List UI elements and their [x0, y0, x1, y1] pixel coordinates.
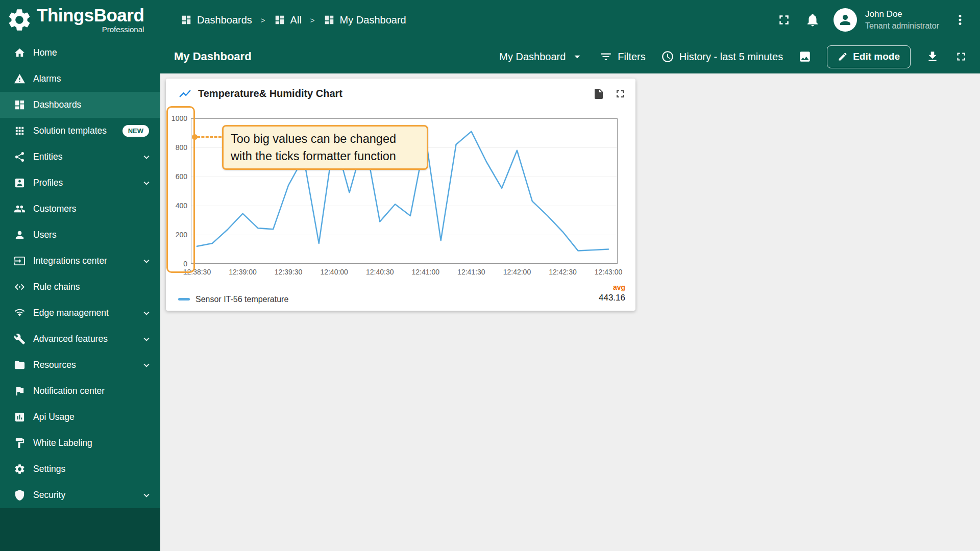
y-axis-tick: 0 — [166, 260, 187, 268]
dropdown-arrow-icon — [571, 50, 584, 63]
aggregation-label: avg — [599, 283, 625, 292]
sidebar-item-label: Api Usage — [33, 412, 152, 422]
x-axis-tick: 12:40:30 — [358, 268, 401, 276]
fullscreen-icon[interactable] — [614, 88, 626, 100]
sidebar-item-edge-management[interactable]: Edge management — [0, 300, 160, 326]
download-icon[interactable] — [926, 50, 939, 63]
sidebar-filler — [0, 508, 160, 551]
sidebar-item-label: Profiles — [33, 178, 133, 188]
chevron-down-icon — [141, 360, 152, 371]
apps-icon — [14, 125, 26, 137]
y-axis-tick: 200 — [166, 231, 187, 239]
user-name: John Doe — [865, 9, 939, 20]
sidebar-item-label: Dashboards — [33, 99, 152, 110]
sidebar-item-advanced-features[interactable]: Advanced features — [0, 326, 160, 352]
paint-icon — [14, 437, 26, 449]
brand-title: ThingsBoard — [37, 6, 144, 24]
legend-color-dash — [178, 298, 190, 300]
breadcrumb-item-dashboards[interactable]: Dashboards — [181, 14, 252, 26]
more-vert-icon[interactable] — [952, 12, 968, 28]
topbar: Dashboards > All > My Dashboard John Doe… — [160, 0, 980, 40]
input-icon — [14, 255, 26, 267]
sidebar-item-integrations-center[interactable]: Integrations center — [0, 248, 160, 274]
dashboard-grid-icon — [324, 14, 335, 26]
sidebar-item-label: Advanced features — [33, 334, 133, 344]
sidebar: ThingsBoard Professional Home Alarms Das… — [0, 0, 160, 551]
topbar-actions: John Doe Tenant administrator — [776, 8, 968, 32]
breadcrumb-item-all[interactable]: All — [274, 14, 302, 26]
file-export-icon[interactable] — [593, 88, 605, 100]
warning-icon — [14, 73, 26, 85]
sidebar-item-home[interactable]: Home — [0, 40, 160, 66]
sidebar-item-alarms[interactable]: Alarms — [0, 66, 160, 92]
sidebar-item-label: Security — [33, 490, 133, 500]
history-timewindow-button[interactable]: History - last 5 minutes — [661, 50, 783, 63]
x-axis-tick: 12:42:30 — [542, 268, 584, 276]
sidebar-item-label: Rule chains — [33, 282, 152, 292]
legend-series-item[interactable]: Sensor IT-56 temperature — [178, 295, 288, 304]
sidebar-item-security[interactable]: Security — [0, 482, 160, 508]
sidebar-item-settings[interactable]: Settings — [0, 456, 160, 482]
wifi-icon — [14, 307, 26, 319]
user-info[interactable]: John Doe Tenant administrator — [865, 9, 939, 32]
x-axis-tick: 12:39:30 — [267, 268, 310, 276]
code-icon — [14, 281, 26, 293]
x-axis-tick: 12:41:30 — [450, 268, 493, 276]
bell-icon[interactable] — [805, 12, 820, 28]
sidebar-item-customers[interactable]: Customers — [0, 196, 160, 222]
widget-actions — [593, 88, 626, 100]
annotation-text-line1: Too big values can be changed — [231, 130, 420, 147]
sidebar-item-label: Customers — [33, 204, 152, 214]
dashboard-grid-icon — [274, 14, 285, 26]
logo[interactable]: ThingsBoard Professional — [0, 0, 160, 40]
annotation-text-line2: with the ticks formatter function — [231, 147, 420, 165]
sidebar-item-label: Users — [33, 230, 152, 240]
breadcrumb-label: Dashboards — [197, 14, 252, 26]
sidebar-item-api-usage[interactable]: Api Usage — [0, 404, 160, 430]
clock-icon — [661, 50, 674, 63]
image-icon[interactable] — [798, 50, 812, 63]
chevron-down-icon — [141, 256, 152, 267]
edit-mode-button[interactable]: Edit mode — [827, 45, 911, 68]
sidebar-item-white-labeling[interactable]: White Labeling — [0, 430, 160, 456]
sidebar-item-dashboards[interactable]: Dashboards — [0, 92, 160, 118]
person-icon — [14, 229, 26, 241]
sidebar-item-solution-templates[interactable]: Solution templates NEW — [0, 118, 160, 144]
sidebar-item-rule-chains[interactable]: Rule chains — [0, 274, 160, 300]
share-icon — [14, 151, 26, 163]
chevron-down-icon — [141, 490, 152, 501]
y-axis-tick: 600 — [166, 172, 187, 181]
sidebar-item-label: Edge management — [33, 308, 133, 318]
sidebar-item-label: Integrations center — [33, 256, 133, 266]
x-axis-tick: 12:40:00 — [313, 268, 356, 276]
breadcrumb-label: My Dashboard — [340, 14, 406, 26]
x-axis-tick: 12:41:00 — [404, 268, 447, 276]
filter-icon — [599, 50, 612, 63]
legend-series-label: Sensor IT-56 temperature — [195, 295, 288, 304]
sidebar-item-resources[interactable]: Resources — [0, 352, 160, 378]
breadcrumb-item-my-dashboard[interactable]: My Dashboard — [324, 14, 406, 26]
chart-widget-card: Temperature& Humidity Chart 020040060080… — [166, 79, 635, 311]
timeseries-line-icon — [178, 87, 192, 101]
fullscreen-icon[interactable] — [776, 12, 792, 28]
wrench-icon — [14, 333, 26, 345]
avatar[interactable] — [834, 8, 857, 32]
thingsboard-logo-icon — [6, 7, 33, 33]
toolbar-actions: My Dashboard Filters History - last 5 mi… — [499, 45, 968, 68]
annotation-callout: Too big values can be changed with the t… — [222, 125, 428, 170]
sidebar-item-label: Settings — [33, 464, 152, 474]
user-role: Tenant administrator — [865, 20, 939, 32]
sidebar-item-label: Notification center — [33, 386, 152, 396]
sidebar-item-profiles[interactable]: Profiles — [0, 170, 160, 196]
sidebar-item-entities[interactable]: Entities — [0, 144, 160, 170]
dashboard-state-select[interactable]: My Dashboard — [499, 50, 584, 63]
x-axis-tick: 12:39:00 — [222, 268, 264, 276]
main-column: Dashboards > All > My Dashboard John Doe… — [160, 0, 980, 551]
chart-legend: Sensor IT-56 temperature avg 443.16 — [178, 283, 625, 304]
chart-box-icon — [14, 411, 26, 423]
sidebar-item-notification-center[interactable]: Notification center — [0, 378, 160, 404]
sidebar-item-users[interactable]: Users — [0, 222, 160, 248]
fullscreen-icon[interactable] — [954, 50, 968, 63]
breadcrumb: Dashboards > All > My Dashboard — [181, 14, 406, 26]
filters-button[interactable]: Filters — [599, 50, 645, 63]
